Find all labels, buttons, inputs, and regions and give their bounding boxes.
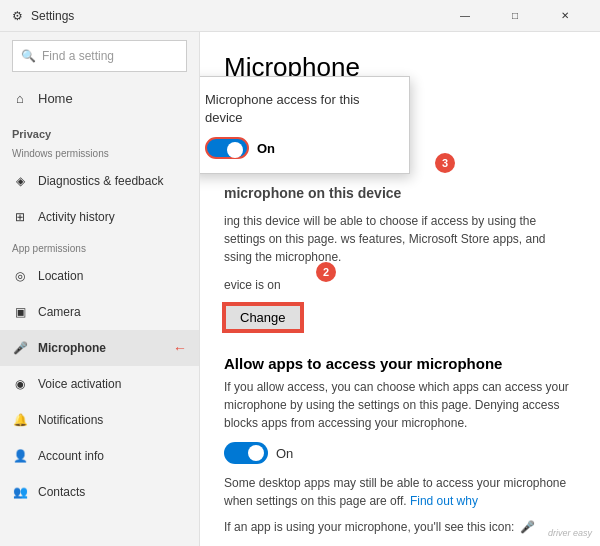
microphone-arrow: ←: [173, 340, 187, 356]
annotation-3: 3: [435, 153, 455, 173]
sidebar-item-microphone[interactable]: 🎤 Microphone ←: [0, 330, 199, 366]
section2-note: Some desktop apps may still be able to a…: [224, 474, 576, 510]
contacts-icon: 👥: [12, 484, 28, 500]
app-permissions-label: App permissions: [0, 235, 199, 258]
popup-toggle-label: On: [257, 141, 275, 156]
mic-small-icon: 🎤: [520, 520, 535, 534]
activity-label: Activity history: [38, 210, 115, 224]
app-body: 🔍 Find a setting ⌂ Home Privacy Windows …: [0, 32, 600, 546]
sidebar-item-diagnostics[interactable]: ◈ Diagnostics & feedback: [0, 163, 199, 199]
activity-icon: ⊞: [12, 209, 28, 225]
sidebar-item-location[interactable]: ◎ Location: [0, 258, 199, 294]
section1: microphone on this device ing this devic…: [224, 183, 576, 347]
sidebar-item-home[interactable]: ⌂ Home: [0, 80, 199, 116]
camera-label: Camera: [38, 305, 81, 319]
title-bar: ⚙ Settings — □ ✕: [0, 0, 600, 32]
microphone-label: Microphone: [38, 341, 106, 355]
location-icon: ◎: [12, 268, 28, 284]
sidebar-item-activity[interactable]: ⊞ Activity history: [0, 199, 199, 235]
privacy-label: Privacy: [0, 116, 199, 144]
section1-status: evice is on: [224, 276, 576, 294]
section1-heading: microphone on this device: [224, 185, 401, 201]
section2-toggle-label: On: [276, 446, 293, 461]
section1-text: microphone on this device: [224, 183, 576, 204]
title-bar-controls: — □ ✕: [442, 0, 588, 32]
voice-label: Voice activation: [38, 377, 121, 391]
camera-icon: ▣: [12, 304, 28, 320]
section2-body: If you allow access, you can choose whic…: [224, 378, 576, 432]
section2-toggle-row: On: [224, 442, 576, 464]
mic-icon-row: If an app is using your microphone, you'…: [224, 520, 576, 534]
window-title: Settings: [31, 9, 74, 23]
close-button[interactable]: ✕: [542, 0, 588, 32]
maximize-button[interactable]: □: [492, 0, 538, 32]
watermark: driver easy: [548, 528, 592, 538]
settings-icon: ⚙: [12, 9, 23, 23]
contacts-label: Contacts: [38, 485, 85, 499]
mic-icon-text: If an app is using your microphone, you'…: [224, 520, 514, 534]
popup-overlay: Microphone access for this device On 3: [200, 76, 410, 174]
title-bar-left: ⚙ Settings: [12, 9, 74, 23]
sidebar-item-camera[interactable]: ▣ Camera: [0, 294, 199, 330]
sidebar-search[interactable]: 🔍 Find a setting: [12, 40, 187, 72]
location-label: Location: [38, 269, 83, 283]
notifications-icon: 🔔: [12, 412, 28, 428]
find-out-link[interactable]: Find out why: [410, 494, 478, 508]
popup-toggle[interactable]: [205, 137, 249, 159]
change-button[interactable]: Change: [224, 304, 302, 331]
sidebar-item-notifications[interactable]: 🔔 Notifications: [0, 402, 199, 438]
voice-icon: ◉: [12, 376, 28, 392]
sidebar-item-account[interactable]: 👤 Account info: [0, 438, 199, 474]
home-icon: ⌂: [12, 90, 28, 106]
notifications-label: Notifications: [38, 413, 103, 427]
windows-permissions-label: Windows permissions: [0, 144, 199, 163]
diagnostics-label: Diagnostics & feedback: [38, 174, 163, 188]
microphone-icon: 🎤: [12, 340, 28, 356]
search-icon: 🔍: [21, 49, 36, 63]
sidebar-item-contacts[interactable]: 👥 Contacts: [0, 474, 199, 510]
popup-title: Microphone access for this device: [205, 91, 395, 127]
section2-toggle[interactable]: [224, 442, 268, 464]
minimize-button[interactable]: —: [442, 0, 488, 32]
home-label: Home: [38, 91, 73, 106]
account-icon: 👤: [12, 448, 28, 464]
section2-toggle-thumb: [248, 445, 264, 461]
content-area: Microphone Microphone access for this de…: [200, 32, 600, 546]
popup-toggle-thumb: [227, 142, 243, 158]
section1-body: ing this device will be able to choose i…: [224, 212, 576, 266]
section2: Allow apps to access your microphone If …: [224, 355, 576, 534]
annotation-2: 2: [316, 262, 336, 282]
account-label: Account info: [38, 449, 104, 463]
popup-toggle-row: On: [205, 137, 395, 159]
sidebar-item-voice[interactable]: ◉ Voice activation: [0, 366, 199, 402]
sidebar: 🔍 Find a setting ⌂ Home Privacy Windows …: [0, 32, 200, 546]
section2-heading: Allow apps to access your microphone: [224, 355, 576, 372]
search-placeholder: Find a setting: [42, 49, 114, 63]
diagnostics-icon: ◈: [12, 173, 28, 189]
